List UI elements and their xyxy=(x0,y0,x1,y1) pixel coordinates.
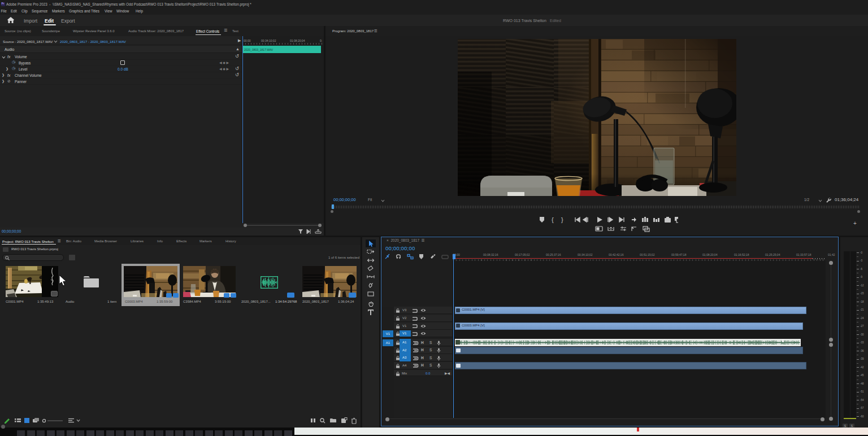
svg-text:{: { xyxy=(552,216,554,223)
svg-text:}: } xyxy=(561,216,563,223)
